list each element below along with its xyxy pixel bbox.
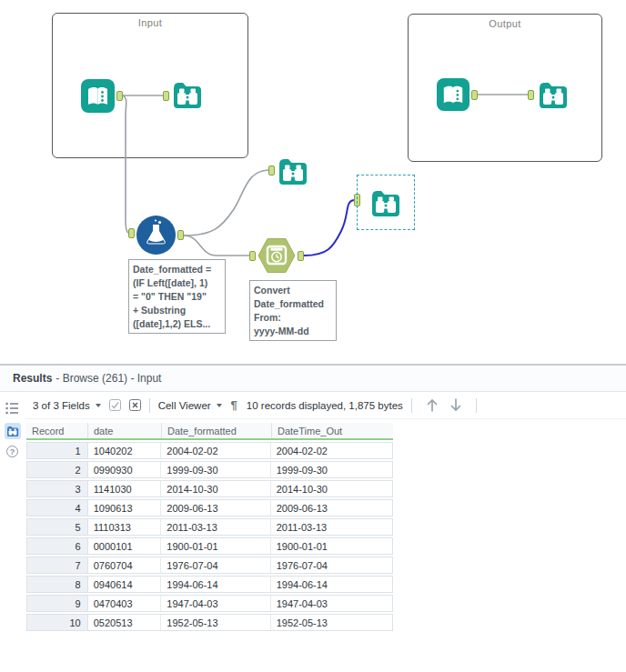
record-number-cell: 8 — [27, 577, 88, 592]
output-anchor[interactable] — [298, 251, 304, 261]
results-title: Results — [13, 372, 52, 385]
data-view-button[interactable] — [5, 423, 21, 439]
data-cell: 1040202 — [88, 443, 162, 458]
record-number-cell: 3 — [27, 481, 88, 496]
list-icon — [5, 402, 19, 415]
toolbar-divider — [476, 398, 477, 413]
record-number-cell: 6 — [27, 538, 88, 554]
table-row[interactable]: 110402022004-02-022004-02-02 — [26, 442, 393, 459]
table-row[interactable]: 707607041976-07-041976-07-04 — [26, 557, 393, 574]
data-cell: 2011-03-13 — [271, 519, 392, 535]
input-data-tool[interactable] — [436, 77, 470, 115]
input-anchor[interactable] — [163, 91, 169, 101]
results-title-bar: Results - Browse (261) - Input — [0, 366, 626, 392]
datetime-annotation[interactable]: Convert Date_formatted From: yyyy-MM-dd — [249, 280, 337, 341]
deselect-all-fields-button[interactable] — [129, 399, 141, 411]
record-number-cell: 2 — [27, 462, 88, 477]
table-row[interactable]: 209909301999-09-301999-09-30 — [26, 461, 393, 478]
chevron-down-icon — [217, 404, 222, 407]
toolbar-divider — [411, 398, 412, 413]
connection-formula-to-datetime — [184, 236, 249, 256]
formula-tool[interactable] — [136, 216, 176, 258]
results-table-body: 110402022004-02-022004-02-02209909301999… — [26, 442, 626, 631]
input-anchor[interactable] — [249, 251, 256, 261]
arrow-up-icon — [425, 397, 439, 413]
connection-datetime-to-browse-selected — [304, 200, 354, 256]
data-cell: 0000101 — [88, 538, 162, 554]
help-button[interactable]: ? — [6, 446, 18, 457]
data-cell: 2014-10-30 — [271, 481, 392, 496]
metadata-view-button[interactable] — [5, 400, 21, 416]
data-cell: 2004-02-02 — [271, 443, 392, 458]
browse-icon — [276, 154, 310, 188]
data-cell: 1900-01-01 — [161, 538, 270, 554]
data-cell: 1090613 — [88, 500, 162, 516]
data-cell: 1900-01-01 — [271, 538, 392, 554]
column-header[interactable]: date — [87, 423, 161, 438]
question-icon: ? — [10, 447, 15, 456]
results-toolbar: 3 of 3 Fields Cell V — [25, 392, 626, 419]
table-header-row: RecorddateDate_formattedDateTime_Out — [26, 423, 393, 440]
data-cell: 2009-06-13 — [161, 500, 270, 516]
input-data-icon — [436, 77, 470, 112]
formula-icon — [136, 216, 176, 255]
binoculars-icon — [6, 425, 19, 438]
toolbar-divider — [149, 398, 150, 413]
table-row[interactable]: 511103132011-03-132011-03-13 — [26, 518, 393, 536]
input-data-tool[interactable] — [80, 78, 116, 117]
record-number-cell: 5 — [27, 519, 88, 535]
results-grid: RecorddateDate_formattedDateTime_Out 110… — [26, 423, 626, 631]
browse-tool[interactable] — [276, 154, 310, 192]
results-view-gutter: ? — [0, 392, 25, 670]
formula-annotation[interactable]: Date_formatted = (IF Left([date], 1) = "… — [128, 259, 226, 334]
annotation-line: (IF Left([date], 1) — [133, 276, 221, 290]
column-header[interactable]: Date_formatted — [161, 423, 271, 438]
output-anchor[interactable] — [471, 90, 478, 100]
record-number-cell: 7 — [27, 557, 88, 573]
data-cell: 0940614 — [88, 577, 162, 592]
cell-viewer-dropdown[interactable]: Cell Viewer — [158, 400, 222, 411]
browse-tool[interactable] — [536, 77, 570, 115]
data-cell: 1976-07-04 — [161, 557, 270, 573]
select-all-fields-button[interactable] — [109, 399, 121, 411]
annotation-line: ([date],1,2) ELS... — [133, 317, 221, 331]
table-row[interactable]: 1005205131952-05-131952-05-13 — [26, 614, 393, 631]
whitespace-toggle-icon[interactable]: ¶ — [231, 398, 237, 412]
column-header[interactable]: DateTime_Out — [271, 423, 393, 438]
data-cell: 1952-05-13 — [271, 615, 392, 630]
column-header[interactable]: Record — [26, 423, 87, 438]
data-cell: 2011-03-13 — [161, 519, 270, 535]
browse-icon — [369, 186, 403, 220]
annotation-line: + Substring — [133, 304, 221, 317]
data-cell: 0470403 — [88, 596, 162, 611]
output-anchor[interactable] — [116, 91, 123, 101]
annotation-line: Date_formatted = — [133, 263, 221, 276]
container-label: Output — [409, 18, 601, 29]
table-row[interactable]: 600001011900-01-011900-01-01 — [26, 537, 393, 555]
table-row[interactable]: 410906132009-06-132009-06-13 — [26, 499, 393, 517]
annotation-line: yyyy-MM-dd — [254, 325, 332, 338]
browse-tool-selected[interactable] — [369, 186, 403, 224]
browse-tool[interactable] — [170, 77, 205, 115]
datetime-tool[interactable] — [257, 237, 296, 277]
input-anchor[interactable] — [128, 228, 135, 238]
data-cell: 1994-06-14 — [161, 577, 270, 592]
data-cell: 1999-09-30 — [161, 462, 270, 477]
table-row[interactable]: 311410302014-10-302014-10-30 — [26, 480, 393, 497]
scroll-down-button[interactable] — [449, 397, 463, 413]
scroll-up-button[interactable] — [425, 397, 439, 413]
input-anchor[interactable] — [528, 90, 534, 100]
data-cell: 1947-04-03 — [161, 596, 270, 611]
table-row[interactable]: 904704031947-04-031947-04-03 — [26, 595, 393, 612]
workflow-canvas[interactable]: Input Output — [0, 0, 626, 364]
chevron-down-icon — [96, 404, 101, 407]
output-anchor[interactable] — [177, 230, 184, 240]
annotation-line: From: — [254, 311, 332, 325]
input-anchor[interactable] — [268, 165, 275, 176]
data-cell: 1999-09-30 — [271, 462, 392, 477]
results-pane: Results - Browse (261) - Input ? 3 of 3 … — [0, 364, 626, 672]
annotation-line: = "0" THEN "19" — [133, 290, 221, 304]
data-cell: 2009-06-13 — [271, 500, 392, 516]
fields-dropdown[interactable]: 3 of 3 Fields — [33, 400, 101, 411]
table-row[interactable]: 809406141994-06-141994-06-14 — [26, 576, 393, 593]
